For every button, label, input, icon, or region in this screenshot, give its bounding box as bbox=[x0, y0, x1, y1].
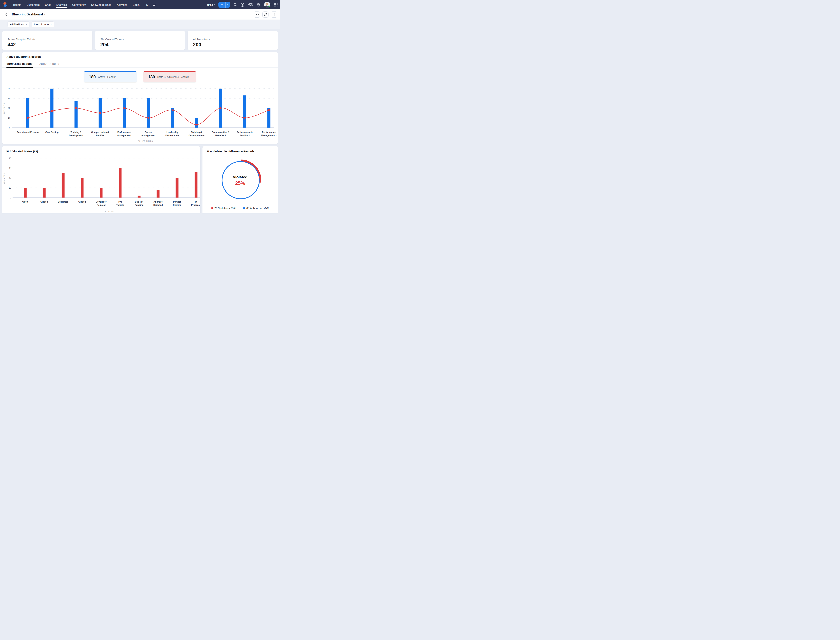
svg-text:management: management bbox=[117, 134, 131, 137]
svg-text:Performance &: Performance & bbox=[237, 131, 253, 133]
filter-bar: All BluePrints ▾ Last 24 Hours ▾ bbox=[0, 20, 280, 29]
sla-violated-vs-adherence-panel: SLA Violated Vs Adherence Records Violat… bbox=[202, 146, 278, 213]
nav-item-knowledge-base[interactable]: Knowledge Base bbox=[91, 0, 111, 9]
collapse-button[interactable] bbox=[263, 11, 269, 18]
nav-item-chat[interactable]: Chat bbox=[45, 0, 51, 9]
nav-item-activities[interactable]: Activities bbox=[117, 0, 127, 9]
x-axis-title: STATES bbox=[2, 210, 200, 213]
svg-text:Progress: Progress bbox=[191, 204, 200, 206]
svg-text:30: 30 bbox=[9, 167, 11, 170]
legend-dot-blue bbox=[243, 207, 245, 209]
nav-item-im[interactable]: IM bbox=[146, 0, 149, 9]
nav-item-community[interactable]: Community bbox=[72, 0, 86, 9]
time-filter-label: Last 24 Hours bbox=[34, 23, 49, 26]
svg-text:PM: PM bbox=[119, 201, 122, 203]
x-axis-title: BLUEPRINTS bbox=[2, 140, 278, 144]
sla-overdue-badge: 180 State SLA Overdue Records bbox=[143, 71, 196, 82]
sla-violated-states-chart[interactable]: 010203040VIOLATEDOpenClosedEscalatedClos… bbox=[2, 157, 200, 210]
svg-text:Open: Open bbox=[22, 201, 28, 203]
legend-text: 20 Violations 25% bbox=[215, 206, 236, 210]
nav-item-customers[interactable]: Customers bbox=[27, 0, 40, 9]
nav-more-menu-icon[interactable] bbox=[153, 4, 156, 6]
svg-text:20: 20 bbox=[9, 177, 11, 179]
svg-text:10: 10 bbox=[9, 187, 11, 189]
svg-text:Training &: Training & bbox=[71, 131, 82, 133]
blueprint-filter-label: All BluePrints bbox=[10, 23, 24, 26]
nav-item-tickets[interactable]: Tickets bbox=[13, 0, 21, 9]
badge-label: State SLA Overdue Records bbox=[157, 75, 189, 78]
svg-text:Benifits 2: Benifits 2 bbox=[240, 134, 250, 137]
feed-icon[interactable] bbox=[241, 3, 245, 7]
svg-text:Performance: Performance bbox=[117, 131, 131, 133]
svg-text:Leadership: Leadership bbox=[167, 131, 178, 133]
nav-menu: TicketsCustomersChatAnalyticsCommunityKn… bbox=[13, 0, 148, 9]
gear-icon[interactable] bbox=[256, 3, 260, 6]
plus-icon[interactable]: + bbox=[218, 2, 226, 8]
svg-text:Performance: Performance bbox=[262, 131, 276, 133]
svg-text:Rejected: Rejected bbox=[154, 204, 163, 206]
tab-active-record[interactable]: ACTIVE RECORD bbox=[40, 63, 59, 67]
svg-text:20: 20 bbox=[8, 107, 10, 109]
panel-title: Active Blueprint Records bbox=[2, 55, 278, 59]
svg-text:10: 10 bbox=[8, 117, 10, 119]
svg-text:Benifits: Benifits bbox=[96, 134, 104, 137]
nav-item-analytics[interactable]: Analytics bbox=[56, 0, 67, 9]
svg-text:Goal Setting: Goal Setting bbox=[45, 131, 59, 133]
blueprint-filter-dropdown[interactable]: All BluePrints ▾ bbox=[8, 21, 29, 27]
caret-down-icon: ▾ bbox=[214, 4, 215, 6]
info-button[interactable] bbox=[271, 11, 277, 18]
summary-badges: 180 Active Blueprint 180 State SLA Overd… bbox=[2, 71, 278, 82]
badge-label: Active Blueprint bbox=[98, 75, 115, 78]
time-filter-dropdown[interactable]: Last 24 Hours ▾ bbox=[32, 21, 54, 27]
stat-label: All Transitions bbox=[193, 38, 273, 41]
page-title: Blueprint Dashboard bbox=[12, 13, 43, 16]
svg-text:Closed: Closed bbox=[40, 201, 48, 203]
svg-text:RECORDS: RECORDS bbox=[3, 103, 5, 114]
workspace-selector[interactable]: zPad ▾ bbox=[207, 3, 215, 6]
svg-text:In: In bbox=[195, 201, 197, 203]
user-avatar[interactable] bbox=[264, 2, 271, 8]
svg-text:VIOLATED: VIOLATED bbox=[3, 173, 5, 184]
nav-item-social[interactable]: Social bbox=[133, 0, 140, 9]
active-blueprint-records-panel: Active Blueprint Records COMPLETED RECOR… bbox=[2, 52, 278, 144]
caret-down-icon[interactable]: ▾ bbox=[226, 2, 230, 8]
add-split-button[interactable]: + ▾ bbox=[218, 2, 230, 8]
stat-value: 204 bbox=[100, 42, 180, 48]
svg-text:Partner: Partner bbox=[173, 201, 181, 203]
svg-text:Request: Request bbox=[97, 204, 106, 206]
stat-cards-row: Active Blueprint Tickets 442 Sla Violate… bbox=[2, 31, 278, 50]
caret-down-icon: ▾ bbox=[51, 23, 52, 25]
svg-text:Benefits 2: Benefits 2 bbox=[215, 134, 226, 137]
sla-violated-states-panel: SLA Violated States (89) 010203040VIOLAT… bbox=[2, 146, 200, 213]
record-tabs: COMPLETED RECORD ACTIVE RECORD bbox=[2, 63, 278, 68]
tab-completed-record[interactable]: COMPLETED RECORD bbox=[6, 63, 33, 67]
svg-text:Training: Training bbox=[173, 204, 181, 206]
blueprint-records-combo-chart[interactable]: 010203040RECORDSRecruitment ProcessGoal … bbox=[2, 86, 278, 140]
svg-text:40: 40 bbox=[8, 87, 10, 90]
panel-title: SLA Violated States (89) bbox=[2, 150, 200, 153]
stat-label: Sla Violated Tickets bbox=[100, 38, 180, 41]
top-navbar: TicketsCustomersChatAnalyticsCommunityKn… bbox=[0, 0, 280, 9]
svg-text:Pending: Pending bbox=[135, 204, 143, 206]
legend-text: 60 Adherence 75% bbox=[247, 206, 269, 210]
svg-text:40: 40 bbox=[9, 157, 11, 160]
workspace-label: zPad bbox=[207, 3, 213, 6]
apps-grid-icon[interactable] bbox=[274, 3, 277, 6]
svg-text:Bug Fix: Bug Fix bbox=[135, 201, 143, 203]
search-icon[interactable] bbox=[234, 3, 237, 6]
badge-value: 180 bbox=[148, 75, 155, 80]
svg-text:Developmment: Developmment bbox=[188, 134, 205, 137]
back-chevron-icon[interactable] bbox=[4, 12, 9, 17]
stat-value: 200 bbox=[193, 42, 273, 48]
donut-chart[interactable]: Violated 25% bbox=[202, 157, 278, 204]
stat-card-sla-violated-tickets: Sla Violated Tickets 204 bbox=[95, 31, 185, 50]
zoho-desk-logo bbox=[3, 2, 8, 8]
gamepad-icon[interactable] bbox=[248, 3, 253, 6]
donut-legend: 20 Violations 25% 60 Adherence 75% bbox=[202, 206, 278, 210]
svg-text:30: 30 bbox=[8, 97, 10, 100]
active-blueprint-badge: 180 Active Blueprint bbox=[84, 71, 136, 82]
svg-text:Development: Development bbox=[165, 134, 180, 137]
title-caret-down-icon[interactable]: ▾ bbox=[44, 13, 45, 16]
stat-card-active-blueprint-tickets: Active Blueprint Tickets 442 bbox=[2, 31, 93, 50]
more-options-button[interactable] bbox=[254, 11, 260, 18]
